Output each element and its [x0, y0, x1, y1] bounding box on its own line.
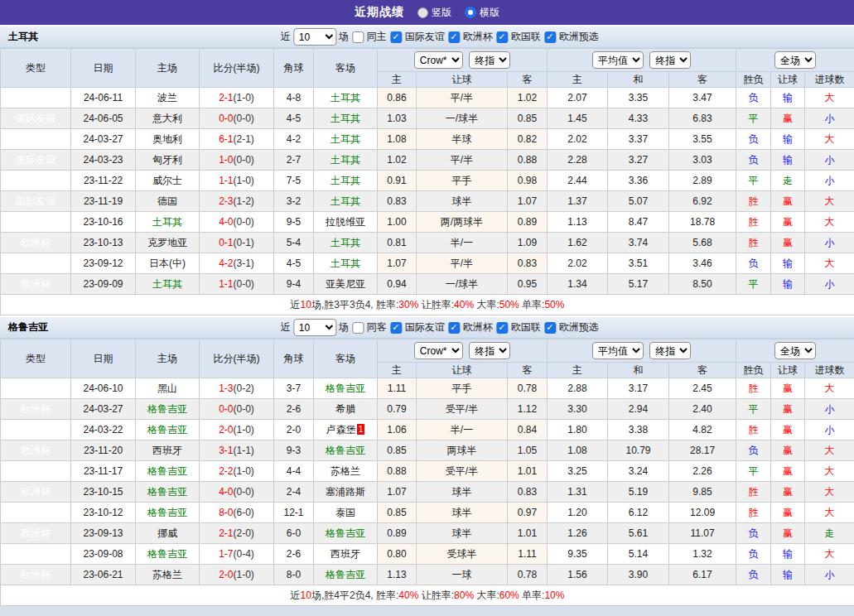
match-type: 国际友谊: [1, 503, 71, 523]
league-checkbox[interactable]: [544, 31, 556, 43]
average-odds-header: 平均值 终指: [548, 49, 736, 72]
match-type: 欧洲杯: [1, 171, 71, 191]
odds-handicap-line: 受球半: [417, 544, 508, 565]
result-wdl: 平: [736, 274, 771, 295]
result-wdl: 胜: [736, 233, 771, 253]
avg-home-odds: 1.56: [548, 565, 608, 585]
avg-draw-odds: 3.27: [608, 150, 669, 171]
sub-col-header: 客: [508, 72, 548, 88]
final-odds-select[interactable]: 终指: [469, 342, 510, 359]
odds-home: 0.83: [378, 191, 417, 212]
avg-draw-odds: 5.19: [608, 482, 669, 503]
red-card-badge: 1: [357, 424, 365, 435]
league-checkbox[interactable]: [496, 31, 508, 43]
league-checkbox[interactable]: [390, 31, 402, 43]
score: 0-0(0-0): [200, 399, 274, 420]
result-goals: 大: [805, 253, 854, 274]
result-wdl: 胜: [736, 191, 771, 212]
corner-score: 4-2: [274, 129, 314, 150]
scope-select[interactable]: 全场: [774, 342, 816, 359]
avg-home-odds: 1.13: [548, 212, 608, 233]
page-title: 近期战绩: [355, 5, 404, 20]
avg-home-odds: 2.02: [548, 129, 608, 150]
avg-home-odds: 1.31: [548, 482, 608, 503]
avg-home-odds: 1.26: [548, 523, 608, 544]
match-count-select[interactable]: 10: [293, 319, 336, 336]
away-team: 亚美尼亚: [314, 274, 378, 295]
match-date: 24-03-22: [71, 420, 136, 440]
fullmatch-header: 全场: [736, 49, 854, 72]
score: 2-2(1-0): [200, 461, 274, 482]
average-select[interactable]: 平均值: [592, 51, 644, 69]
result-handicap: 赢: [771, 420, 805, 440]
match-type: 欧洲杯: [1, 420, 71, 440]
same-venue-checkbox[interactable]: [352, 31, 364, 43]
final-odds-select[interactable]: 终指: [469, 51, 510, 69]
odds-away: 0.78: [508, 378, 548, 399]
match-type: 国际友谊: [1, 253, 71, 274]
match-date: 24-06-11: [71, 88, 136, 108]
match-row: 欧洲杯 23-11-20 西班牙 3-1(1-1) 9-3 格鲁吉亚 0.85 …: [1, 440, 854, 461]
match-row: 欧洲杯 23-09-13 挪威 2-1(2-0) 6-0 格鲁吉亚 0.89 球…: [1, 523, 854, 544]
same-venue-checkbox[interactable]: [352, 322, 364, 334]
match-count-select[interactable]: 10: [293, 28, 336, 46]
league-checkbox[interactable]: [448, 31, 460, 43]
avg-away-odds: 2.40: [669, 399, 736, 420]
result-goals: 大: [805, 88, 854, 108]
score: 6-1(2-1): [200, 129, 274, 150]
avg-home-odds: 2.07: [548, 88, 608, 108]
odds-away: 1.02: [508, 88, 548, 108]
radio-horizontal-icon[interactable]: [465, 7, 476, 18]
league-checkbox[interactable]: [496, 322, 508, 334]
league-checkbox[interactable]: [390, 322, 402, 334]
result-goals: 大: [805, 482, 854, 503]
avg-away-odds: 5.68: [669, 233, 736, 253]
avg-away-odds: 8.50: [669, 274, 736, 295]
avg-away-odds: 6.83: [669, 108, 736, 129]
layout-option-vertical[interactable]: 竖版: [417, 6, 451, 20]
final-odds-select-2[interactable]: 终指: [649, 51, 691, 69]
match-type: 欧洲杯: [1, 544, 71, 565]
result-wdl: 胜: [736, 212, 771, 233]
result-wdl: 平: [736, 108, 771, 129]
odds-handicap-line: 受平/半: [417, 461, 508, 482]
match-row: 欧洲杯 24-03-27 格鲁吉亚 0-0(0-0) 2-6 希腊 0.79 受…: [1, 399, 854, 420]
avg-draw-odds: 3.51: [608, 253, 669, 274]
sub-col-header: 让球: [771, 72, 805, 88]
average-select[interactable]: 平均值: [592, 342, 644, 359]
layout-option-horizontal[interactable]: 横版: [465, 6, 499, 20]
league-label: 欧洲杯: [463, 320, 493, 334]
avg-away-odds: 12.09: [669, 503, 736, 523]
sections-container: 土耳其 近 10 场 同主 国际友谊欧洲杯欧国联欧洲预选 类型日期主场比分(半场…: [0, 26, 854, 606]
bookmaker-select[interactable]: Crow*: [414, 342, 463, 359]
home-team: 格鲁吉亚: [136, 503, 200, 523]
result-handicap: 赢: [771, 503, 805, 523]
near-label: 近: [281, 30, 291, 44]
bookmaker-select[interactable]: Crow*: [414, 51, 463, 69]
radio-vertical-icon[interactable]: [417, 7, 428, 18]
scope-select[interactable]: 全场: [774, 51, 816, 69]
odds-away: 1.07: [508, 191, 548, 212]
match-row: 欧洲杯 23-06-21 苏格兰 2-0(1-0) 8-0 格鲁吉亚 1.13 …: [1, 565, 854, 585]
final-odds-select-2[interactable]: 终指: [649, 342, 691, 359]
score: 1-1(1-0): [200, 171, 274, 191]
league-checkbox[interactable]: [544, 322, 556, 334]
score: 4-2(3-1): [200, 253, 274, 274]
corner-score: 4-5: [274, 253, 314, 274]
odds-handicap-line: 一/球半: [417, 108, 508, 129]
odds-away: 0.84: [508, 420, 548, 440]
team-section: 格鲁吉亚 近 10 场 同客 国际友谊欧洲杯欧国联欧洲预选 类型日期主场比分(半…: [0, 317, 854, 606]
result-wdl: 胜: [736, 503, 771, 523]
match-date: 24-06-05: [71, 108, 136, 129]
odds-handicap-line: 两/两球半: [417, 212, 508, 233]
league-checkbox[interactable]: [448, 322, 460, 334]
col-header: 日期: [71, 339, 136, 378]
fullmatch-header: 全场: [736, 339, 854, 363]
result-goals: 小: [805, 274, 854, 295]
score: 1-1(0-0): [200, 274, 274, 295]
match-row: 国际友谊 24-03-27 奥地利 6-1(2-1) 4-2 土耳其 1.08 …: [1, 129, 854, 150]
match-row: 国际友谊 24-06-10 黑山 1-3(0-2) 3-7 格鲁吉亚 1.11 …: [1, 378, 854, 399]
away-team: 泰国: [314, 503, 378, 523]
corner-score: 12-1: [274, 503, 314, 523]
odds-home: 0.88: [378, 461, 417, 482]
